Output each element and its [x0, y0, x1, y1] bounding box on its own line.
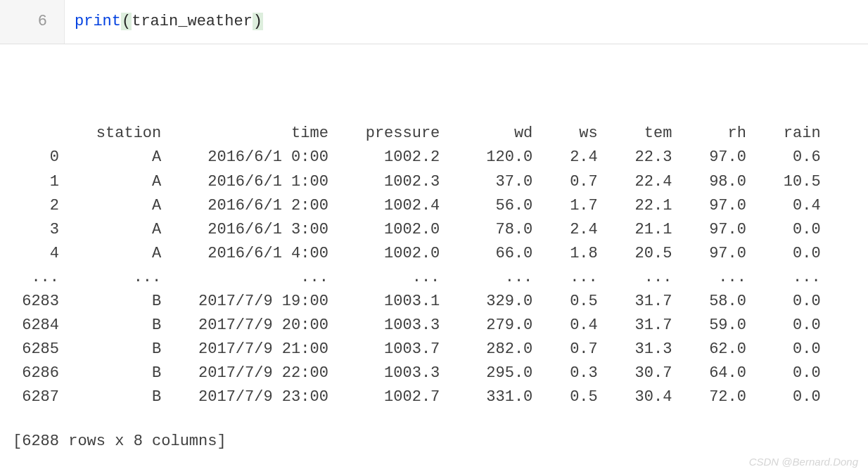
dataframe-row: 0 A 2016/6/1 0:00 1002.2 120.0 2.4 22.3 …: [13, 146, 855, 169]
dataframe-shape: [6288 rows x 8 columns]: [13, 430, 855, 454]
dataframe-header: station time pressure wd ws tem rh rain: [13, 122, 855, 146]
dataframe-row: 2 A 2016/6/1 2:00 1002.4 56.0 1.7 22.1 9…: [13, 194, 855, 218]
dataframe-row: 6283 B 2017/7/9 19:00 1003.1 329.0 0.5 3…: [13, 290, 855, 314]
code-line[interactable]: print(train_weather): [65, 0, 270, 44]
line-number: 6: [0, 0, 65, 44]
dataframe-row: 6285 B 2017/7/9 21:00 1003.7 282.0 0.7 3…: [13, 338, 855, 361]
dataframe-row: 1 A 2016/6/1 1:00 1002.3 37.0 0.7 22.4 9…: [13, 170, 855, 194]
dataframe-row: 6287 B 2017/7/9 23:00 1002.7 331.0 0.5 3…: [13, 385, 855, 409]
dataframe-row: 4 A 2016/6/1 4:00 1002.0 66.0 1.8 20.5 9…: [13, 242, 855, 266]
dataframe-row: 6286 B 2017/7/9 22:00 1003.3 295.0 0.3 3…: [13, 361, 855, 385]
code-cell: 6 print(train_weather): [0, 0, 868, 44]
dataframe-row: 6284 B 2017/7/9 20:00 1003.3 279.0 0.4 3…: [13, 314, 855, 338]
dataframe-row: 3 A 2016/6/1 3:00 1002.0 78.0 2.4 21.1 9…: [13, 218, 855, 242]
token-paren-close: ): [253, 13, 263, 30]
token-variable: train_weather: [132, 13, 253, 30]
output-area: station time pressure wd ws tem rh rain …: [0, 44, 868, 474]
dataframe-row: ... ... ... ... ... ... ... ... ...: [13, 266, 855, 290]
token-print: print: [75, 13, 121, 30]
token-paren-open: (: [121, 13, 132, 30]
